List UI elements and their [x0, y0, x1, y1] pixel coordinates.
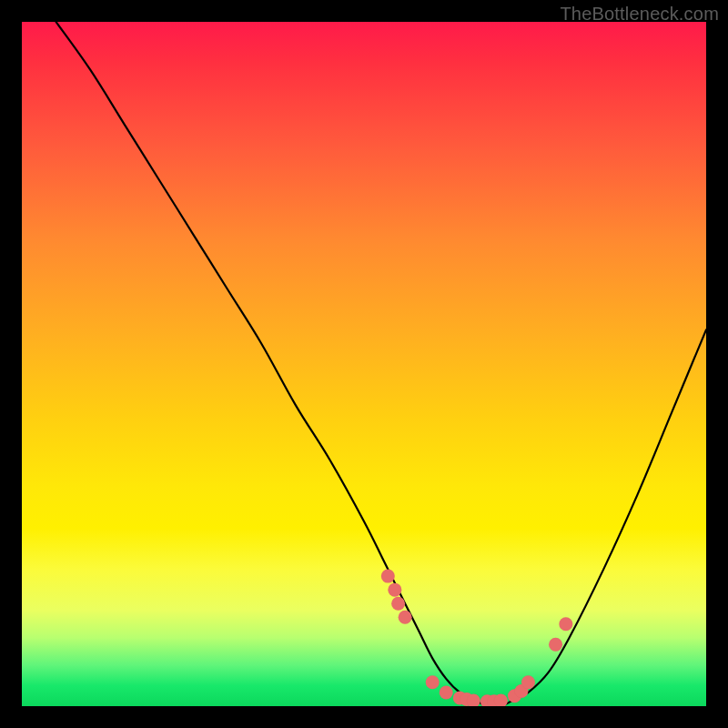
- highlight-dot: [391, 597, 405, 611]
- highlight-dot: [521, 675, 535, 689]
- highlight-dot: [494, 693, 508, 706]
- dots-layer: [22, 22, 706, 706]
- curve-layer: [22, 22, 706, 706]
- highlight-dot: [440, 685, 453, 699]
- plot-area: [22, 22, 706, 706]
- highlight-dot: [487, 694, 500, 706]
- highlight-dots: [381, 570, 573, 706]
- highlight-dot: [381, 570, 395, 583]
- highlight-dot: [559, 617, 572, 631]
- highlight-dot: [399, 611, 412, 624]
- chart-stage: TheBottleneck.com: [0, 0, 728, 728]
- highlight-dot: [467, 693, 480, 706]
- highlight-dot: [549, 638, 562, 652]
- highlight-dot: [388, 583, 401, 597]
- highlight-dot: [480, 694, 494, 706]
- bottleneck-curve: [56, 22, 706, 706]
- highlight-dot: [460, 693, 473, 706]
- highlight-dot: [514, 684, 528, 698]
- highlight-dot: [508, 689, 521, 703]
- highlight-dot: [426, 675, 440, 689]
- highlight-dot: [453, 691, 467, 704]
